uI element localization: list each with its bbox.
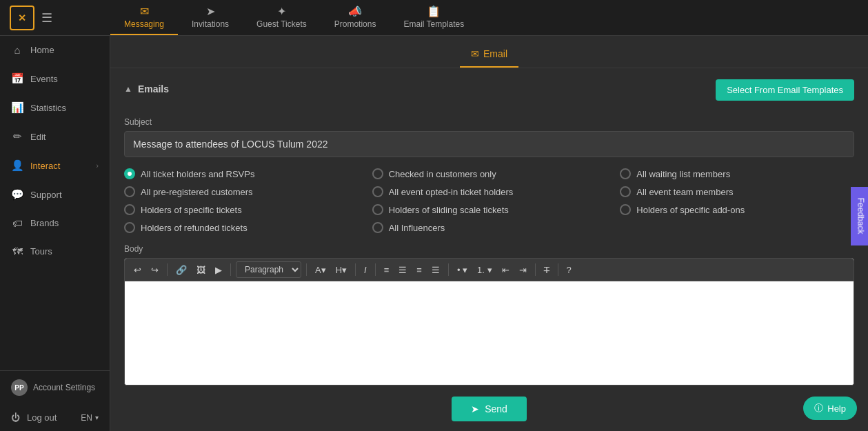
sidebar-item-events[interactable]: 📅 Events xyxy=(0,64,110,93)
sidebar-item-interact-label: Interact xyxy=(30,161,60,171)
nav-tab-guest-tickets[interactable]: ✦ Guest Tickets xyxy=(243,0,321,35)
avatar: PP xyxy=(11,379,28,396)
radio-option-sliding-scale[interactable]: Holders of sliding scale tickets xyxy=(372,204,607,215)
radio-influencers-label: All Influencers xyxy=(389,223,445,233)
home-icon: ⌂ xyxy=(11,44,23,56)
sidebar: ⌂ Home 📅 Events 📊 Statistics ✏ Edit 👤 In… xyxy=(0,36,110,431)
send-icon: ➤ xyxy=(471,403,479,414)
sidebar-item-brands[interactable]: 🏷 Brands xyxy=(0,209,110,237)
toolbar-separator-8 xyxy=(558,263,558,276)
body-label: Body xyxy=(124,244,854,254)
nav-tab-promotions[interactable]: 📣 Promotions xyxy=(321,0,390,35)
logo-area: ✕ ☰ xyxy=(0,6,110,30)
nav-tabs: ✉ Messaging ➤ Invitations ✦ Guest Ticket… xyxy=(110,0,868,35)
clear-format-button[interactable]: T̶ xyxy=(541,263,553,277)
align-justify-button[interactable]: ☰ xyxy=(428,263,443,277)
italic-button[interactable]: I xyxy=(361,263,370,277)
radio-opted-in-label: All event opted-in ticket holders xyxy=(389,187,514,197)
radio-option-pre-registered[interactable]: All pre-registered customers xyxy=(124,186,359,197)
radio-option-opted-in[interactable]: All event opted-in ticket holders xyxy=(372,186,607,197)
align-left-button[interactable]: ≡ xyxy=(381,263,393,277)
radio-option-specific-tickets[interactable]: Holders of specific tickets xyxy=(124,204,359,215)
nav-tab-invitations[interactable]: ➤ Invitations xyxy=(178,0,243,35)
sidebar-item-edit[interactable]: ✏ Edit xyxy=(0,122,110,151)
radio-refunded-circle xyxy=(124,222,135,233)
subject-input[interactable] xyxy=(124,131,854,157)
redo-button[interactable]: ↪ xyxy=(148,263,162,277)
logo-icon: ✕ xyxy=(10,6,34,30)
sidebar-item-support[interactable]: 💬 Support xyxy=(0,180,110,209)
sidebar-item-brands-label: Brands xyxy=(30,218,59,228)
embed-button[interactable]: ▶ xyxy=(212,263,225,277)
radio-option-all-waiting[interactable]: All waiting list members xyxy=(620,168,854,179)
radio-sliding-scale-label: Holders of sliding scale tickets xyxy=(389,205,509,215)
tours-icon: 🗺 xyxy=(11,245,23,257)
hamburger-menu[interactable]: ☰ xyxy=(41,10,52,26)
help-button[interactable]: ⓘ Help xyxy=(803,397,857,420)
nav-tab-messaging[interactable]: ✉ Messaging xyxy=(110,0,178,35)
logout-label: Log out xyxy=(27,412,57,423)
sidebar-item-home[interactable]: ⌂ Home xyxy=(0,36,110,64)
recipient-options-grid: All ticket holders and RSVPs Checked in … xyxy=(124,168,854,233)
nav-tab-invitations-label: Invitations xyxy=(192,19,229,29)
toolbar-separator-6 xyxy=(448,263,449,276)
emails-section-header: ▲ Emails xyxy=(124,83,169,94)
link-button[interactable]: 🔗 xyxy=(172,263,190,277)
radio-all-waiting-label: All waiting list members xyxy=(636,169,730,179)
toolbar-separator-5 xyxy=(375,263,376,276)
radio-option-checked-in[interactable]: Checked in customers only xyxy=(372,168,607,179)
radio-specific-addons-circle xyxy=(620,204,631,215)
nav-tab-email-templates[interactable]: 📋 Email Templates xyxy=(390,0,478,35)
emails-section: ▲ Emails Select From Email Templates Sub… xyxy=(110,68,868,431)
nav-tab-messaging-label: Messaging xyxy=(124,19,164,29)
ordered-list-button[interactable]: 1. ▾ xyxy=(474,263,495,277)
nav-tab-guest-tickets-label: Guest Tickets xyxy=(256,19,307,29)
select-from-email-templates-button[interactable]: Select From Email Templates xyxy=(716,79,854,101)
sidebar-item-interact[interactable]: 👤 Interact › xyxy=(0,151,110,180)
sidebar-item-events-label: Events xyxy=(30,74,58,84)
radio-specific-addons-label: Holders of specific add-ons xyxy=(636,205,745,215)
send-button[interactable]: ➤ Send xyxy=(452,397,527,421)
sidebar-item-tours-label: Tours xyxy=(30,246,52,257)
toolbar-separator-3 xyxy=(306,263,307,276)
nav-tab-promotions-label: Promotions xyxy=(334,19,376,29)
sidebar-item-edit-label: Edit xyxy=(30,132,46,142)
email-templates-icon: 📋 xyxy=(427,5,441,18)
email-tab-icon: ✉ xyxy=(471,48,479,59)
radio-option-specific-addons[interactable]: Holders of specific add-ons xyxy=(620,204,854,215)
toolbar-separator-7 xyxy=(535,263,536,276)
bullet-list-button[interactable]: • ▾ xyxy=(454,263,471,277)
radio-all-waiting-circle xyxy=(620,168,631,179)
email-tab-button[interactable]: ✉ Email xyxy=(460,44,518,68)
align-right-button[interactable]: ≡ xyxy=(413,263,425,277)
undo-button[interactable]: ↩ xyxy=(130,263,145,277)
radio-option-all-holders[interactable]: All ticket holders and RSVPs xyxy=(124,168,359,179)
highlight-button[interactable]: H▾ xyxy=(332,263,350,277)
sidebar-item-account-settings[interactable]: PP Account Settings xyxy=(0,371,110,404)
logout-icon: ⏻ xyxy=(11,412,20,423)
radio-option-team-members[interactable]: All event team members xyxy=(620,186,854,197)
outdent-button[interactable]: ⇤ xyxy=(498,263,513,277)
align-center-button[interactable]: ☰ xyxy=(395,263,410,277)
radio-option-refunded[interactable]: Holders of refunded tickets xyxy=(124,222,359,233)
radio-refunded-label: Holders of refunded tickets xyxy=(141,223,248,233)
indent-button[interactable]: ⇥ xyxy=(516,263,530,277)
help-toolbar-button[interactable]: ? xyxy=(563,263,575,277)
radio-option-influencers[interactable]: All Influencers xyxy=(372,222,607,233)
sidebar-item-logout[interactable]: ⏻ Log out EN ▾ xyxy=(0,404,110,431)
statistics-icon: 📊 xyxy=(11,101,23,114)
font-color-button[interactable]: A▾ xyxy=(312,263,330,277)
emails-section-title: Emails xyxy=(138,83,169,94)
sidebar-item-tours[interactable]: 🗺 Tours xyxy=(0,237,110,265)
feedback-tab[interactable]: Feedback xyxy=(851,186,868,245)
image-button[interactable]: 🖼 xyxy=(193,263,209,277)
paragraph-format-select[interactable]: Paragraph xyxy=(236,261,301,278)
subject-label: Subject xyxy=(124,117,854,127)
email-body-editor: ↩ ↪ 🔗 🖼 ▶ Paragraph A▾ H▾ I ≡ xyxy=(124,258,854,385)
email-tab-label: Email xyxy=(483,48,507,59)
support-icon: 💬 xyxy=(11,188,23,201)
guest-tickets-icon: ✦ xyxy=(277,5,286,18)
email-body-content[interactable] xyxy=(125,281,854,385)
sidebar-item-statistics[interactable]: 📊 Statistics xyxy=(0,93,110,122)
toolbar-separator-1 xyxy=(167,263,168,276)
